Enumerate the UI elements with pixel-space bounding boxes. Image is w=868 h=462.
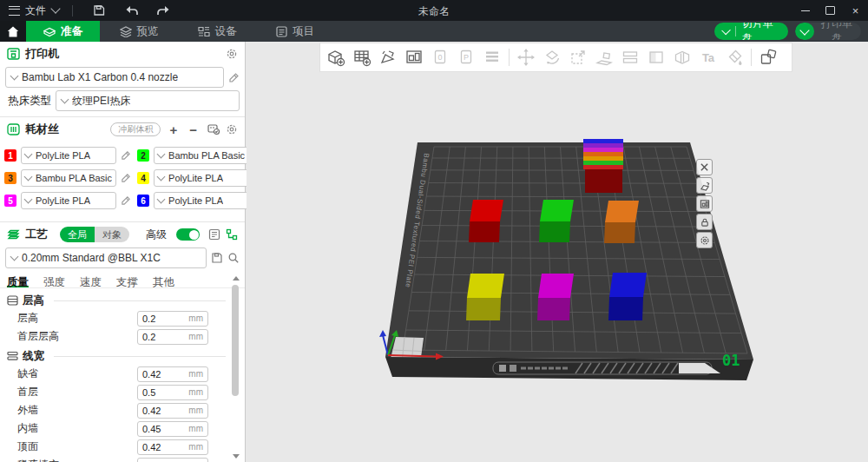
cube-blue[interactable] <box>608 273 647 320</box>
arrange-plate-button[interactable] <box>696 195 713 212</box>
rotate-icon <box>542 47 562 68</box>
svg-text:Ta: Ta <box>702 51 715 64</box>
lock-icon <box>700 217 710 228</box>
orient-plate-icon <box>700 181 710 191</box>
variable-layer-height-icon <box>482 47 503 68</box>
minimize-icon <box>801 10 810 11</box>
close-button[interactable]: × <box>843 0 868 21</box>
text-tool-icon: Ta <box>698 47 719 68</box>
file-menu[interactable]: 文件 <box>9 3 46 18</box>
plate-settings-icon <box>700 235 710 246</box>
delete-plate-button[interactable] <box>696 159 713 175</box>
cube-magenta[interactable] <box>537 274 574 320</box>
paste-button[interactable]: P <box>453 44 479 70</box>
save-icon <box>93 4 105 16</box>
scale-icon <box>568 47 589 68</box>
cube-yellow[interactable] <box>466 274 504 320</box>
divider <box>72 5 73 16</box>
move-button[interactable] <box>513 44 539 70</box>
variable-layer-height-button[interactable] <box>479 44 505 70</box>
auto-orient-icon <box>378 47 398 68</box>
undo-button[interactable] <box>124 3 138 17</box>
lock-plate-button[interactable] <box>696 214 713 230</box>
divider <box>509 49 510 66</box>
cube-red[interactable] <box>469 200 503 242</box>
assembly-view-icon <box>758 47 779 68</box>
copy-icon: 0 <box>430 47 450 68</box>
maximize-icon <box>825 6 835 15</box>
split-to-parts-icon <box>672 47 693 68</box>
split-to-parts-button[interactable] <box>669 44 695 70</box>
striped-tower-object[interactable] <box>583 139 623 193</box>
paste-icon: P <box>456 47 477 68</box>
assembly-view-button[interactable] <box>755 44 781 70</box>
cut-button[interactable] <box>643 44 669 70</box>
plate-settings-button[interactable] <box>696 232 713 248</box>
color-paint-button[interactable] <box>721 44 747 70</box>
arrange-icon <box>404 47 424 68</box>
rim-qr-mark <box>510 365 516 372</box>
add-object-button[interactable] <box>323 44 349 70</box>
add-plate-icon <box>352 47 372 68</box>
lay-on-face-button[interactable] <box>591 44 617 70</box>
rotate-button[interactable] <box>539 44 565 70</box>
svg-text:P: P <box>464 53 469 62</box>
plate-number-label[interactable]: 01 <box>722 352 740 369</box>
delete-plate-icon <box>700 162 709 172</box>
arrange-button[interactable] <box>401 44 427 70</box>
add-object-icon <box>326 47 346 68</box>
redo-icon <box>157 5 170 16</box>
cut-icon <box>646 47 667 68</box>
svg-text:0: 0 <box>437 53 442 62</box>
move-icon <box>516 47 536 68</box>
menu-icon <box>9 6 20 16</box>
split-to-plates-button[interactable] <box>617 44 643 70</box>
auto-orient-button[interactable] <box>375 44 401 70</box>
minimize-button[interactable] <box>792 0 818 21</box>
arrange-plate-icon <box>700 199 710 209</box>
cube-green[interactable] <box>539 200 574 242</box>
split-to-plates-icon <box>620 47 641 68</box>
orient-plate-button[interactable] <box>696 177 713 194</box>
scale-button[interactable] <box>565 44 591 70</box>
color-paint-icon <box>724 47 745 68</box>
maximize-button[interactable] <box>818 0 843 21</box>
chevron-down-icon[interactable] <box>50 3 60 13</box>
copy-button[interactable]: 0 <box>427 44 453 70</box>
divider <box>751 49 752 66</box>
cube-orange[interactable] <box>604 201 639 243</box>
undo-icon <box>125 5 138 16</box>
rim-logo-mark <box>499 365 506 372</box>
lay-on-face-icon <box>594 47 615 68</box>
add-plate-button[interactable] <box>349 44 375 70</box>
viewport-toolbar: 0 P Ta <box>319 43 792 72</box>
file-menu-label: 文件 <box>25 3 46 18</box>
text-tool-button[interactable]: Ta <box>695 44 721 70</box>
save-button[interactable] <box>92 3 106 17</box>
close-icon: × <box>852 5 859 16</box>
redo-button[interactable] <box>156 3 170 17</box>
